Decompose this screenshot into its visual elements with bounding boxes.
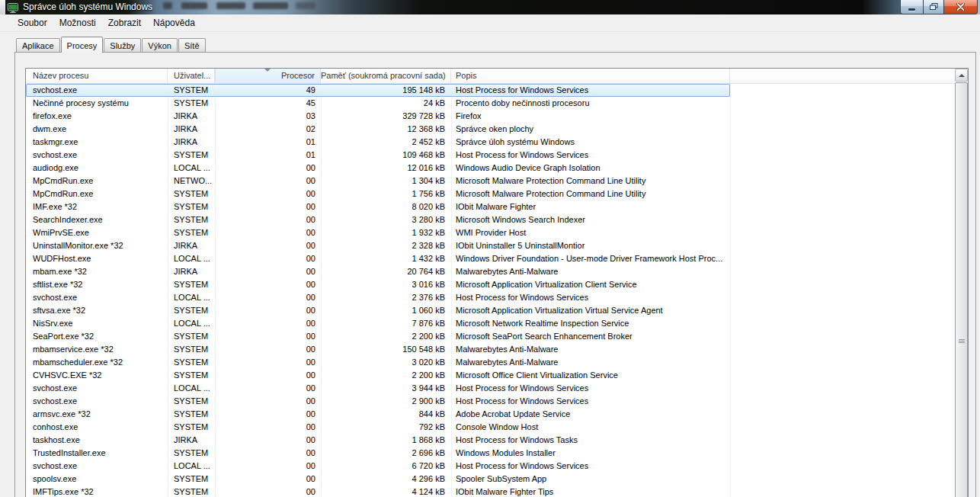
cell-name: dwm.exe (26, 123, 168, 136)
cell-name: mbamscheduler.exe *32 (26, 356, 168, 369)
cell-user: LOCAL ... (168, 317, 215, 330)
minimize-button[interactable] (900, 0, 923, 14)
process-row[interactable]: IMF.exe *32SYSTEM008 020 kBIObit Malware… (26, 200, 730, 213)
menu-item-soubor[interactable]: Soubor (11, 16, 53, 30)
close-button[interactable] (944, 0, 978, 14)
process-row[interactable]: mbamservice.exe *32SYSTEM00150 548 kBMal… (26, 343, 730, 356)
process-row[interactable]: taskmgr.exeJIRKA012 452 kBSprávce úloh s… (26, 136, 730, 149)
process-row[interactable]: Nečinné procesy systémuSYSTEM4524 kBProc… (26, 97, 730, 110)
cell-cpu: 01 (215, 136, 321, 149)
task-manager-app-icon (8, 2, 18, 12)
cell-mem: 2 328 kB (321, 239, 451, 252)
cell-mem: 1 932 kB (321, 226, 451, 239)
cell-user: SYSTEM (168, 447, 215, 460)
process-row[interactable]: WUDFHost.exeLOCAL ...001 432 kBWindows D… (26, 252, 730, 265)
cell-name: svchost.exe (26, 382, 168, 395)
cell-desc: Host Process for Windows Services (451, 460, 730, 473)
scrollbar-thumb[interactable] (955, 82, 968, 497)
cell-desc: Malwarebytes Anti-Malware (451, 343, 730, 356)
process-row[interactable]: TrustedInstaller.exeSYSTEM002 696 kBWind… (26, 447, 730, 460)
cell-cpu: 00 (215, 382, 321, 395)
cell-name: WmiPrvSE.exe (26, 226, 168, 239)
process-row[interactable]: svchost.exeLOCAL ...002 376 kBHost Proce… (26, 291, 730, 304)
cell-mem: 3 944 kB (321, 382, 451, 395)
tab-aplikace[interactable]: Aplikace (16, 38, 60, 52)
cell-user: SYSTEM (168, 97, 215, 110)
tab-procesy[interactable]: Procesy (61, 37, 104, 53)
cell-user: SYSTEM (168, 486, 215, 497)
process-row[interactable]: UninstallMonitor.exe *32JIRKA002 328 kBI… (26, 239, 730, 252)
process-row[interactable]: conhost.exeSYSTEM00792 kBConsole Window … (26, 421, 730, 434)
cell-desc: Microsoft SeaPort Search Enhancement Bro… (451, 330, 730, 343)
cell-cpu: 00 (215, 265, 321, 278)
column-header-desc[interactable]: Popis (451, 69, 730, 83)
process-row[interactable]: taskhost.exeJIRKA001 868 kBHost Process … (26, 434, 730, 447)
tab-sluzby[interactable]: Služby (104, 38, 141, 52)
cell-cpu: 00 (215, 343, 321, 356)
cell-mem: 20 764 kB (321, 265, 451, 278)
column-header-label: Procesor (281, 71, 315, 80)
cell-mem: 329 728 kB (321, 110, 451, 123)
restore-button[interactable] (923, 0, 944, 14)
titlebar: Správce úloh systému Windows (0, 0, 980, 14)
process-row[interactable]: SearchIndexer.exeSYSTEM003 280 kBMicroso… (26, 213, 730, 226)
process-row[interactable]: svchost.exeSYSTEM01109 468 kBHost Proces… (26, 149, 730, 162)
cell-cpu: 00 (215, 330, 321, 343)
tab-site[interactable]: Sítě (178, 38, 206, 52)
process-row[interactable]: dwm.exeJIRKA0212 368 kBSprávce oken ploc… (26, 123, 730, 136)
process-row[interactable]: armsvc.exe *32SYSTEM00844 kBAdobe Acroba… (26, 408, 730, 421)
cell-name: IMF.exe *32 (26, 200, 168, 213)
cell-cpu: 45 (215, 97, 321, 110)
process-row[interactable]: sftlist.exe *32SYSTEM003 016 kBMicrosoft… (26, 278, 730, 291)
close-icon (956, 0, 965, 14)
cell-user: LOCAL ... (168, 291, 215, 304)
process-row[interactable]: svchost.exeSYSTEM002 900 kBHost Process … (26, 395, 730, 408)
cell-user: LOCAL ... (168, 162, 215, 175)
process-row[interactable]: audiodg.exeLOCAL ...0012 016 kBWindows A… (26, 162, 730, 175)
vertical-scrollbar[interactable] (955, 69, 968, 497)
cell-cpu: 00 (215, 395, 321, 408)
process-row[interactable]: IMFTips.exe *32SYSTEM004 124 kBIObit Mal… (26, 486, 730, 497)
process-row[interactable]: SeaPort.exe *32SYSTEM002 200 kBMicrosoft… (26, 330, 730, 343)
cell-user: SYSTEM (168, 200, 215, 213)
process-row[interactable]: svchost.exeLOCAL ...003 944 kBHost Proce… (26, 382, 730, 395)
tab-vykon[interactable]: Výkon (142, 38, 178, 52)
menu-item-moznosti[interactable]: Možnosti (53, 16, 102, 30)
cell-mem: 195 148 kB (321, 84, 451, 97)
sort-descending-icon (264, 69, 271, 72)
column-header-mem[interactable]: Paměť (soukromá pracovní sada) (321, 69, 451, 83)
process-row[interactable]: NisSrv.exeLOCAL ...007 876 kBMicrosoft N… (26, 317, 730, 330)
process-row[interactable]: mbam.exe *32JIRKA0020 764 kBMalwarebytes… (26, 265, 730, 278)
cell-name: svchost.exe (26, 291, 168, 304)
cell-desc: Host Process for Windows Services (451, 382, 730, 395)
process-row[interactable]: spoolsv.exeSYSTEM004 296 kBSpooler SubSy… (26, 473, 730, 486)
cell-desc: Microsoft Malware Protection Command Lin… (451, 188, 730, 200)
cell-cpu: 00 (215, 278, 321, 291)
cell-mem: 4 296 kB (321, 473, 451, 486)
column-header-cpu[interactable]: Procesor (215, 69, 321, 83)
process-row[interactable]: MpCmdRun.exeNETWO...001 304 kBMicrosoft … (26, 175, 730, 188)
table-body: svchost.exeSYSTEM49195 148 kBHost Proces… (26, 84, 730, 497)
cell-name: CVHSVC.EXE *32 (26, 369, 168, 382)
process-row[interactable]: WmiPrvSE.exeSYSTEM001 932 kBWMI Provider… (26, 226, 730, 239)
column-header-name[interactable]: Název procesu (26, 69, 168, 83)
cell-desc: Windows Audio Device Graph Isolation (451, 162, 730, 175)
process-row[interactable]: svchost.exeSYSTEM49195 148 kBHost Proces… (26, 84, 730, 97)
background-window-artifact (253, 2, 288, 9)
menu-item-napoveda[interactable]: Nápověda (147, 16, 201, 30)
process-row[interactable]: firefox.exeJIRKA03329 728 kBFirefox (26, 110, 730, 123)
scroll-up-button[interactable] (955, 69, 968, 82)
column-header-user[interactable]: Uživatel... (168, 69, 215, 83)
process-row[interactable]: mbamscheduler.exe *32SYSTEM003 020 kBMal… (26, 356, 730, 369)
cell-mem: 1 868 kB (321, 434, 451, 447)
process-row[interactable]: CVHSVC.EXE *32SYSTEM002 200 kBMicrosoft … (26, 369, 730, 382)
process-row[interactable]: svchost.exeLOCAL ...006 720 kBHost Proce… (26, 460, 730, 473)
menu-item-zobrazit[interactable]: Zobrazit (102, 16, 147, 30)
cell-desc: Host Process for Windows Tasks (451, 434, 730, 447)
cell-user: SYSTEM (168, 421, 215, 434)
process-row[interactable]: MpCmdRun.exeSYSTEM001 756 kBMicrosoft Ma… (26, 188, 730, 200)
process-row[interactable]: sftvsa.exe *32SYSTEM001 060 kBMicrosoft … (26, 304, 730, 317)
cell-mem: 1 756 kB (321, 188, 451, 200)
cell-cpu: 00 (215, 369, 321, 382)
background-window-artifact (181, 2, 207, 9)
